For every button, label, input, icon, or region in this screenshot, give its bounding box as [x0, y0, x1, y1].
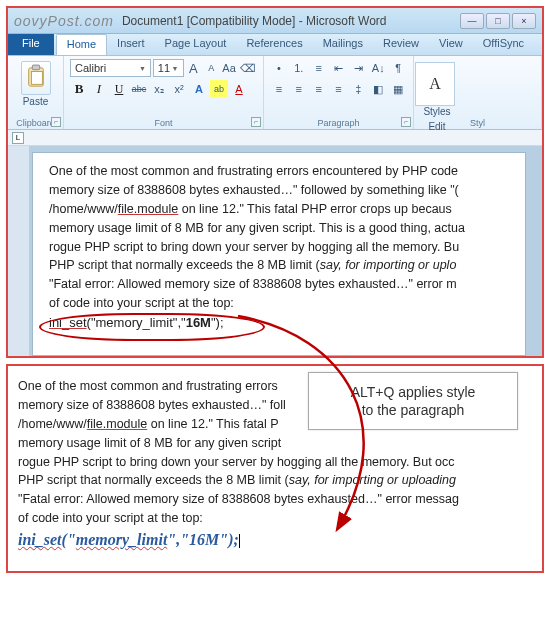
doc-line: memory usage limit of 8 MB for any given…	[18, 435, 532, 452]
paragraph-group-label: Paragraph	[264, 118, 413, 128]
increase-indent-button[interactable]: ⇥	[349, 59, 367, 77]
tab-view[interactable]: View	[429, 34, 473, 55]
doc-line: One of the most common and frustrating e…	[49, 163, 515, 180]
font-name-value: Calibri	[75, 62, 106, 74]
callout-line: to the paragraph	[321, 401, 505, 419]
svg-rect-1	[32, 65, 39, 70]
doc-line: PHP script that normally exceeds the 8 M…	[49, 257, 515, 274]
justify-button[interactable]: ≡	[330, 80, 348, 98]
paste-label: Paste	[23, 96, 49, 107]
annotation-circle	[39, 313, 265, 341]
align-center-button[interactable]: ≡	[290, 80, 308, 98]
watermark-text: oovyPost.com	[14, 13, 114, 29]
line-spacing-button[interactable]: ‡	[349, 80, 367, 98]
paste-button[interactable]	[21, 61, 51, 95]
text-cursor	[239, 534, 240, 548]
superscript-button[interactable]: x²	[170, 80, 188, 98]
document-page[interactable]: One of the most common and frustrating e…	[32, 152, 526, 356]
tab-mailings[interactable]: Mailings	[313, 34, 373, 55]
group-paragraph: • 1. ≡ ⇤ ⇥ A↓ ¶ ≡ ≡ ≡ ≡ ‡ ◧ ▦ Paragraph …	[264, 56, 414, 129]
tab-offisync[interactable]: OffiSync	[473, 34, 534, 55]
shrink-font-button[interactable]: A	[203, 59, 219, 77]
show-marks-button[interactable]: ¶	[389, 59, 407, 77]
strikethrough-button[interactable]: abc	[130, 80, 148, 98]
annotation-callout: ALT+Q applies style to the paragraph	[308, 372, 518, 430]
group-styles: A Styles Edit Styl	[414, 56, 542, 129]
tab-home[interactable]: Home	[56, 34, 107, 55]
chevron-down-icon: ▼	[172, 65, 179, 72]
doc-line: memory usage limit of 8 MB for any given…	[49, 220, 515, 237]
close-button[interactable]: ×	[512, 13, 536, 29]
text-effects-button[interactable]: A	[190, 80, 208, 98]
numbering-button[interactable]: 1.	[290, 59, 308, 77]
ribbon-tabs: File Home Insert Page Layout References …	[8, 34, 542, 56]
doc-line: rogue PHP script to bring down your serv…	[49, 239, 515, 256]
font-size-combo[interactable]: 11▼	[153, 59, 184, 77]
window-title: Document1 [Compatibility Mode] - Microso…	[122, 14, 460, 28]
decrease-indent-button[interactable]: ⇤	[330, 59, 348, 77]
change-case-button[interactable]: Aa	[221, 59, 237, 77]
result-screenshot: One of the most common and frustrating e…	[6, 364, 544, 573]
styled-code-line: ini_set("memory_limit","16M");	[18, 529, 532, 551]
bullets-button[interactable]: •	[270, 59, 288, 77]
minimize-button[interactable]: —	[460, 13, 484, 29]
doc-line: "Fatal error: Allowed memory size of 838…	[18, 491, 532, 508]
font-color-button[interactable]: A	[230, 80, 248, 98]
shading-button[interactable]: ◧	[369, 80, 387, 98]
titlebar: oovyPost.com Document1 [Compatibility Mo…	[8, 8, 542, 34]
group-font: Calibri▼ 11▼ A A Aa ⌫ B I U abc x₂ x² A …	[64, 56, 264, 129]
bold-button[interactable]: B	[70, 80, 88, 98]
styles-gallery-button[interactable]: A	[420, 62, 454, 106]
highlight-button[interactable]: ab	[210, 80, 228, 98]
word-window-screenshot: oovyPost.com Document1 [Compatibility Mo…	[6, 6, 544, 358]
document-area: One of the most common and frustrating e…	[8, 146, 542, 356]
font-size-value: 11	[158, 62, 170, 74]
styles-button[interactable]: Styles	[420, 106, 454, 117]
paragraph-dialog-launcher[interactable]: ⌐	[401, 117, 411, 127]
vertical-ruler[interactable]	[8, 146, 30, 356]
align-right-button[interactable]: ≡	[310, 80, 328, 98]
callout-line: ALT+Q applies style	[321, 383, 505, 401]
group-clipboard: Paste Clipboard ⌐	[8, 56, 64, 129]
svg-rect-2	[31, 72, 42, 85]
subscript-button[interactable]: x₂	[150, 80, 168, 98]
ribbon: Paste Clipboard ⌐ Calibri▼ 11▼ A A Aa ⌫ …	[8, 56, 542, 130]
clipboard-dialog-launcher[interactable]: ⌐	[51, 117, 61, 127]
doc-line: of code into your script at the top:	[18, 510, 532, 527]
doc-line: PHP script that normally exceeds the 8 M…	[18, 472, 532, 489]
tab-selector-icon[interactable]: L	[12, 132, 24, 144]
underline-button[interactable]: U	[110, 80, 128, 98]
grow-font-button[interactable]: A	[186, 59, 202, 77]
align-left-button[interactable]: ≡	[270, 80, 288, 98]
italic-button[interactable]: I	[90, 80, 108, 98]
font-dialog-launcher[interactable]: ⌐	[251, 117, 261, 127]
styles-label: Styles	[423, 106, 450, 117]
tab-insert[interactable]: Insert	[107, 34, 155, 55]
tab-page-layout[interactable]: Page Layout	[155, 34, 237, 55]
font-group-label: Font	[64, 118, 263, 128]
doc-line: rogue PHP script to bring down your serv…	[18, 454, 532, 471]
sort-button[interactable]: A↓	[369, 59, 387, 77]
font-name-combo[interactable]: Calibri▼	[70, 59, 151, 77]
multilevel-list-button[interactable]: ≡	[310, 59, 328, 77]
styles-group-label: Styl	[414, 118, 541, 128]
horizontal-ruler[interactable]: L	[8, 130, 542, 146]
borders-button[interactable]: ▦	[389, 80, 407, 98]
tab-references[interactable]: References	[236, 34, 312, 55]
doc-line: /home/www/file.module on line 12." This …	[49, 201, 515, 218]
clipboard-icon	[25, 64, 47, 92]
chevron-down-icon: ▼	[139, 65, 146, 72]
tab-review[interactable]: Review	[373, 34, 429, 55]
doc-line: of code into your script at the top:	[49, 295, 515, 312]
window-controls: — □ ×	[460, 13, 536, 29]
tab-file[interactable]: File	[8, 34, 54, 55]
doc-line: memory size of 8388608 bytes exhausted…"…	[49, 182, 515, 199]
clear-formatting-button[interactable]: ⌫	[239, 59, 257, 77]
doc-line: "Fatal error: Allowed memory size of 838…	[49, 276, 515, 293]
maximize-button[interactable]: □	[486, 13, 510, 29]
